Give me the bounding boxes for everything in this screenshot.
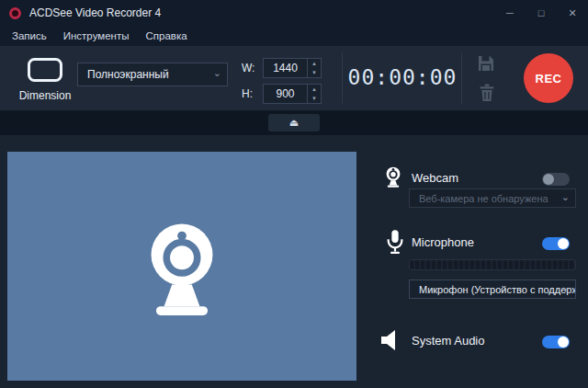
trash-icon [479, 84, 495, 102]
menu-item-tools[interactable]: Инструменты [55, 26, 138, 46]
spinner-up-icon[interactable]: ▲ [308, 85, 321, 94]
content-area: Webcam Веб-камера не обнаружена ⌄ Microp… [0, 135, 588, 388]
width-value: 1440 [264, 59, 307, 77]
collapse-panel-button[interactable]: ⏏ [268, 114, 320, 131]
capture-mode-select[interactable]: Полноэкранный ⌄ [77, 63, 228, 86]
recording-timer: 00:00:00 [347, 65, 458, 89]
record-button[interactable]: REC [524, 53, 573, 103]
webcam-icon [382, 164, 404, 189]
delete-button[interactable] [479, 84, 495, 102]
width-label: W: [242, 62, 254, 74]
menu-item-help[interactable]: Справка [137, 26, 195, 46]
height-label: H: [242, 87, 253, 100]
dimension-icon [27, 57, 63, 83]
webcam-device-select[interactable]: Веб-камера не обнаружена ⌄ [409, 188, 576, 208]
height-stepper[interactable]: ▲ ▼ [307, 85, 321, 103]
app-window: ACDSee Video Recorder 4 ─ □ ✕ Запись Инс… [0, 0, 588, 388]
separator [342, 52, 343, 104]
system-audio-label: System Audio [412, 334, 485, 348]
system-audio-toggle[interactable] [542, 336, 570, 348]
separator [461, 52, 462, 104]
eject-icon: ⏏ [289, 118, 299, 128]
app-icon [9, 7, 21, 19]
width-input[interactable]: 1440 ▲ ▼ [263, 58, 322, 78]
menu-item-record[interactable]: Запись [4, 26, 55, 46]
webcam-placeholder-icon [132, 211, 232, 323]
chevron-down-icon: ⌄ [561, 191, 570, 203]
dimension-block: Dimension [13, 51, 77, 102]
width-stepper[interactable]: ▲ ▼ [307, 59, 321, 77]
maximize-button[interactable]: □ [526, 0, 557, 26]
close-button[interactable]: ✕ [557, 0, 588, 26]
save-icon [477, 54, 495, 73]
webcam-device-value: Веб-камера не обнаружена [419, 193, 548, 204]
titlebar: ACDSee Video Recorder 4 ─ □ ✕ [0, 0, 588, 26]
minimize-button[interactable]: ─ [494, 0, 526, 26]
microphone-device-value: Микрофон (Устройство с поддерж [419, 284, 576, 295]
capture-mode-value: Полноэкранный [87, 68, 169, 81]
microphone-toggle[interactable] [542, 237, 570, 250]
webcam-toggle[interactable] [542, 173, 570, 186]
chevron-down-icon: ⌄ [213, 67, 221, 79]
collapse-bar: ⏏ [0, 110, 588, 135]
dimension-label: Dimension [13, 89, 77, 102]
microphone-device-select[interactable]: Микрофон (Устройство с поддерж ⌄ [409, 280, 576, 299]
spinner-down-icon[interactable]: ▼ [308, 68, 321, 77]
webcam-label: Webcam [412, 171, 458, 185]
chevron-down-icon: ⌄ [561, 282, 570, 294]
spinner-up-icon[interactable]: ▲ [308, 59, 321, 68]
height-value: 900 [264, 85, 307, 103]
preview-area [7, 152, 356, 381]
window-controls: ─ □ ✕ [494, 0, 588, 26]
microphone-icon [385, 228, 405, 256]
speaker-icon [379, 329, 403, 351]
toolbar: Dimension Полноэкранный ⌄ W: 1440 ▲ ▼ H:… [0, 46, 588, 110]
save-button[interactable] [477, 54, 495, 73]
microphone-label: Microphone [412, 235, 474, 249]
height-input[interactable]: 900 ▲ ▼ [263, 84, 322, 104]
settings-panel: Webcam Веб-камера не обнаружена ⌄ Microp… [356, 135, 588, 388]
microphone-level-meter [409, 259, 576, 270]
window-title: ACDSee Video Recorder 4 [29, 6, 161, 19]
menubar: Запись Инструменты Справка [0, 26, 588, 46]
spinner-down-icon[interactable]: ▼ [308, 94, 321, 103]
